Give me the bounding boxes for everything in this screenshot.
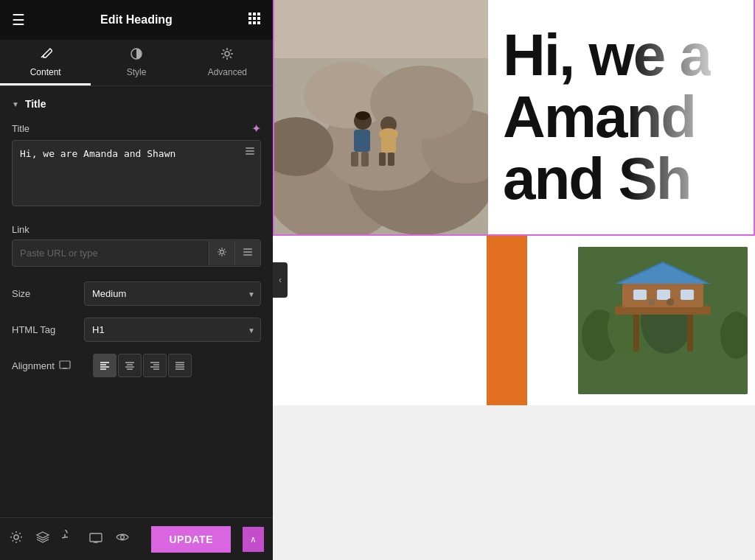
svg-rect-15 [243,248,252,250]
heading-line1: Hi, we a [503,24,711,86]
title-section-header[interactable]: ▼ Title [12,98,261,110]
html-tag-row: HTML Tag H1 H2 H3 H4 H5 H6 div span p ▼ [12,318,261,342]
svg-rect-57 [379,153,386,166]
html-tag-select[interactable]: H1 H2 H3 H4 H5 H6 div span p [84,318,261,342]
bottom-right-area [487,236,755,405]
align-justify-btn[interactable] [168,354,192,377]
device-bottom-icon[interactable] [88,530,103,548]
bottom-bar: UPDATE ∧ [0,517,273,560]
size-row: Size Medium Default Small Large XL XXL ▼ [12,281,261,306]
advanced-tab-label: Advanced [208,67,247,77]
tab-content[interactable]: Content [0,40,91,85]
svg-rect-17 [243,254,252,256]
hero-photo-inner [274,0,488,234]
update-button[interactable]: UPDATE [151,526,231,553]
svg-point-10 [225,52,229,56]
svg-point-76 [667,298,674,306]
ai-icon[interactable]: ✦ [251,122,261,136]
svg-rect-70 [633,290,647,300]
link-input[interactable] [13,240,209,266]
svg-point-14 [220,251,224,254]
svg-point-36 [14,535,18,539]
big-heading: Hi, we a Amand and Sh [503,24,711,210]
size-label: Size [12,288,78,299]
title-input-wrap: Hi, we are Amanda and Shawn [12,140,261,209]
canvas-inner: Hi, we a Amand and Sh [273,0,755,560]
svg-rect-11 [246,147,254,149]
svg-rect-52 [351,152,358,167]
svg-rect-13 [246,153,254,155]
title-field-label-row: Title ✦ [12,122,261,136]
content-tab-label: Content [30,67,61,77]
svg-point-59 [355,111,370,120]
content-tab-icon [39,47,52,64]
left-panel: ☰ Edit Heading Content [0,0,273,560]
title-textarea[interactable]: Hi, we are Amanda and Shawn [12,140,261,206]
menu-icon[interactable]: ☰ [12,11,25,29]
svg-rect-74 [687,315,693,351]
chevron-up-button[interactable]: ∧ [243,527,264,552]
svg-rect-7 [253,21,256,24]
svg-rect-71 [657,290,670,300]
svg-rect-6 [248,21,251,24]
panel-content: ▼ Title Title ✦ Hi, we are Amanda and Sh… [0,86,273,517]
history-bottom-icon[interactable] [62,530,77,548]
alignment-label-wrap: Alignment [12,359,93,373]
svg-point-75 [648,298,655,306]
textarea-db-icon[interactable] [245,146,255,158]
alignment-buttons [93,354,192,377]
html-tag-select-wrap: H1 H2 H3 H4 H5 H6 div span p ▼ [84,318,261,342]
tab-advanced[interactable]: Advanced [182,40,273,85]
link-settings-btn[interactable] [209,241,234,265]
eye-bottom-icon[interactable] [115,530,130,548]
svg-rect-51 [354,130,370,152]
bottom-section [273,236,755,405]
align-right-btn[interactable] [143,354,167,377]
hero-section: Hi, we a Amand and Sh [273,0,755,236]
title-label: Title [12,123,29,134]
svg-rect-72 [681,290,694,300]
settings-bottom-icon[interactable] [9,530,24,548]
layers-bottom-icon[interactable] [35,530,50,548]
treehouse-photo [578,247,748,394]
svg-rect-58 [388,153,394,166]
right-canvas: Hi, we a Amand and Sh [273,0,755,560]
heading-line2: Amand [503,86,711,148]
panel-title: Edit Heading [100,13,173,27]
html-tag-label: HTML Tag [12,324,78,335]
section-title: Title [25,98,46,110]
align-center-btn[interactable] [118,354,142,377]
advanced-tab-icon [220,47,234,64]
heading-area: Hi, we a Amand and Sh [488,0,754,234]
hero-photo [274,0,488,234]
svg-rect-5 [257,17,260,20]
svg-rect-2 [257,13,260,15]
style-tab-icon [130,47,143,64]
svg-point-40 [121,536,125,539]
svg-rect-16 [243,251,252,253]
svg-rect-18 [60,361,70,368]
alignment-label: Alignment [12,360,55,371]
treehouse-inner [578,247,748,394]
tab-style[interactable]: Style [91,40,181,85]
link-db-btn[interactable] [234,241,260,265]
link-label-row: Link [12,224,261,235]
link-input-wrap [12,239,261,267]
svg-rect-0 [248,13,251,15]
svg-rect-8 [257,21,260,24]
link-label: Link [12,224,29,235]
svg-rect-19 [63,368,67,369]
svg-rect-73 [633,315,639,351]
align-left-btn[interactable] [93,354,116,377]
size-select[interactable]: Medium Default Small Large XL XXL [84,281,261,306]
svg-rect-12 [246,150,254,152]
svg-rect-37 [90,533,102,542]
svg-rect-56 [381,134,396,153]
collapse-tab[interactable]: ‹ [273,262,288,298]
grid-icon[interactable] [248,12,261,29]
svg-rect-4 [253,17,256,20]
tabs-row: Content Style Advanced [0,40,273,86]
svg-rect-49 [274,0,488,58]
alignment-row: Alignment [12,354,261,377]
svg-rect-3 [248,17,251,20]
